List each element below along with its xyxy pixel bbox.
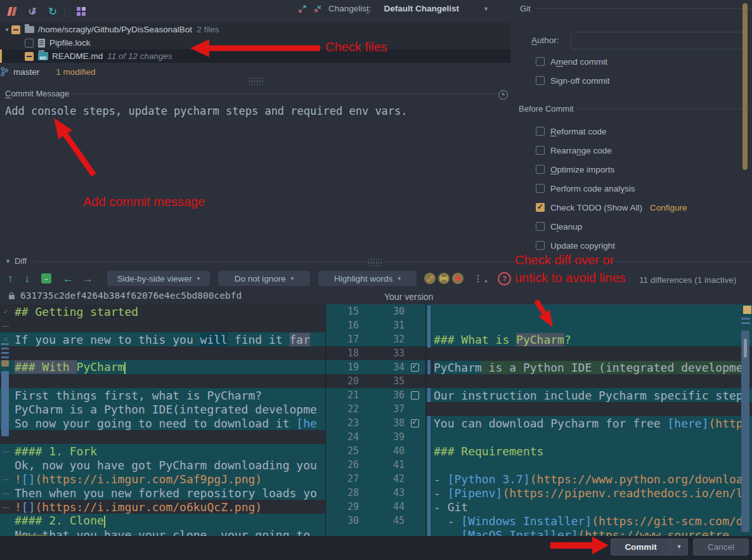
checkbox-label: Sign-off commit (550, 76, 610, 86)
file-checkbox[interactable] (25, 52, 34, 61)
ignore-dropdown[interactable]: Do not ignore▾ (218, 271, 310, 286)
diff-line: ✓## Getting started (0, 304, 325, 318)
checkbox[interactable] (536, 146, 545, 155)
checkbox-row[interactable]: Amend commit (536, 52, 610, 71)
file-checkbox[interactable] (11, 25, 20, 34)
diff-left-pane[interactable]: ✓## Getting started—=If you are new to t… (0, 304, 325, 536)
line-number-left: 20 (326, 375, 359, 387)
checkbox-label: Perform code analysis (550, 184, 635, 193)
checkbox[interactable] (536, 222, 545, 231)
checkbox-row[interactable]: Sign-off commit (536, 71, 610, 90)
expand-icon[interactable] (298, 4, 307, 13)
collapse-caret-icon[interactable]: ▼ (5, 258, 11, 264)
changelist-dropdown[interactable]: Default Changelist (384, 4, 460, 13)
commit-button[interactable]: Commit ▼ (611, 538, 688, 556)
collapse-unchanged-icon[interactable] (424, 273, 436, 284)
tree-row[interactable]: Pipfile.lock (0, 36, 510, 49)
file-meta: 11 of 12 changes (107, 51, 172, 61)
diff-section-header[interactable]: ▼ Diff (5, 256, 27, 266)
checkbox-row[interactable]: Check TODO (Show All)Configure (536, 198, 687, 217)
diff-line (426, 346, 752, 360)
gutter-row: 1530 (326, 304, 425, 318)
checkbox[interactable] (536, 203, 545, 212)
more-options-icon[interactable]: ⋮ (474, 273, 483, 283)
rollback-icon[interactable]: ↺ (24, 4, 41, 18)
commit-message-input[interactable]: Add console steps, update pycharm steps … (5, 105, 500, 117)
git-section-title: Git (520, 4, 531, 13)
line-number-right: 35 (359, 375, 405, 387)
checkbox-row[interactable]: Optimize imports (536, 160, 687, 179)
line-number-right: 33 (359, 348, 405, 359)
before-commit-title: Before Commit (519, 104, 574, 114)
checkbox[interactable] (536, 76, 545, 85)
right-scrollbar-thumb[interactable] (741, 330, 749, 532)
history-icon[interactable] (498, 90, 508, 100)
jump-to-source-icon[interactable]: ↔ (41, 273, 51, 283)
checkbox[interactable] (536, 241, 545, 250)
change-checkbox[interactable] (411, 419, 419, 427)
diff-line: So now your going to need to download it… (0, 416, 325, 430)
gutter-row: 2136 (326, 388, 425, 402)
tree-chevron-icon[interactable]: ▾ (3, 26, 11, 33)
checkbox[interactable] (536, 127, 545, 136)
scrollbar-inner-thumb[interactable] (744, 339, 747, 358)
file-checkbox[interactable] (25, 39, 34, 48)
commit-icon[interactable] (4, 4, 20, 18)
help-icon[interactable]: ? (498, 272, 511, 285)
highlight-dropdown[interactable]: Highlight words▾ (318, 271, 417, 286)
previous-difference-icon[interactable]: ↑ (8, 273, 13, 284)
checkbox-row[interactable]: Update copyright (536, 236, 687, 255)
minimap-mark (1, 343, 9, 345)
tree-row[interactable]: MDREADME.md11 of 12 changes (0, 49, 510, 63)
checkbox[interactable] (536, 184, 545, 193)
gutter-row: 2641 (326, 458, 425, 472)
diff-right-pane[interactable]: ### What is PyCharm?PyCharm is a Python … (426, 304, 752, 536)
disable-editing-icon[interactable] (452, 273, 464, 284)
viewer-dropdown[interactable]: Side-by-side viewer▾ (107, 271, 210, 286)
line-number-left: 19 (326, 361, 359, 373)
commit-dialog: ↺ ↻ Changelist: Default Changelist ▼ ▾/h… (0, 0, 752, 560)
diff-line: PyCharm is a Python IDE (integrated deve… (426, 360, 752, 374)
panel-scrollbar[interactable] (742, 3, 748, 170)
line-number-left: 23 (326, 417, 359, 429)
checkbox-row[interactable]: Rearrange code (536, 141, 687, 160)
diff-line (0, 346, 325, 360)
checkbox[interactable] (536, 57, 545, 66)
configure-link[interactable]: Configure (650, 203, 687, 212)
gutter-row: 1631 (326, 318, 425, 332)
checkbox-label: Cleanup (550, 222, 582, 231)
refresh-icon[interactable]: ↻ (44, 4, 61, 18)
commit-options-caret-icon[interactable]: ▼ (670, 539, 687, 555)
splitter-grip[interactable]: ∷∷∷∷∷∷ (368, 259, 383, 266)
checkbox-row[interactable]: Cleanup (536, 217, 687, 236)
next-difference-icon[interactable]: ↓ (25, 273, 30, 284)
git-branch-icon (0, 67, 9, 77)
change-checkbox[interactable] (411, 391, 419, 400)
diff-line: - [Python 3.7](https://www.python.org/do… (426, 472, 752, 486)
annotation-check-diff-line2: untick to avoid lines (515, 271, 626, 285)
prev-file-icon[interactable]: ← (63, 273, 74, 284)
group-by-icon[interactable] (73, 4, 89, 18)
cancel-button[interactable]: Cancel (693, 538, 749, 556)
minimap-mark (741, 318, 750, 320)
divider (536, 8, 752, 9)
folder-icon (25, 26, 34, 33)
checkbox-row[interactable]: Reformat code (536, 122, 687, 141)
change-checkbox[interactable] (411, 363, 419, 372)
synchronize-separators-icon[interactable] (438, 273, 450, 284)
checkbox-row[interactable]: Perform code analysis (536, 179, 687, 198)
annotation-check-files: Check files (325, 40, 387, 55)
chevron-down-icon[interactable]: ▼ (483, 6, 489, 12)
line-number-left: 24 (326, 431, 359, 443)
next-file-icon[interactable]: → (82, 273, 93, 284)
collapse-icon[interactable] (313, 4, 322, 13)
author-field[interactable] (571, 32, 744, 49)
annotation-add-commit-message: Add commit message (83, 195, 205, 209)
splitter-grip[interactable]: ∷∷∷∷∷∷ (249, 77, 264, 85)
line-number-left: 18 (326, 348, 359, 359)
line-number-left: 15 (326, 306, 359, 317)
checkbox[interactable] (536, 165, 545, 174)
branch-name[interactable]: master (13, 67, 39, 77)
tree-row[interactable]: ▾/home/scragly/Github/PyDisSeasonalBot2 … (0, 23, 510, 36)
left-scrollbar-thumb[interactable] (1, 371, 9, 436)
